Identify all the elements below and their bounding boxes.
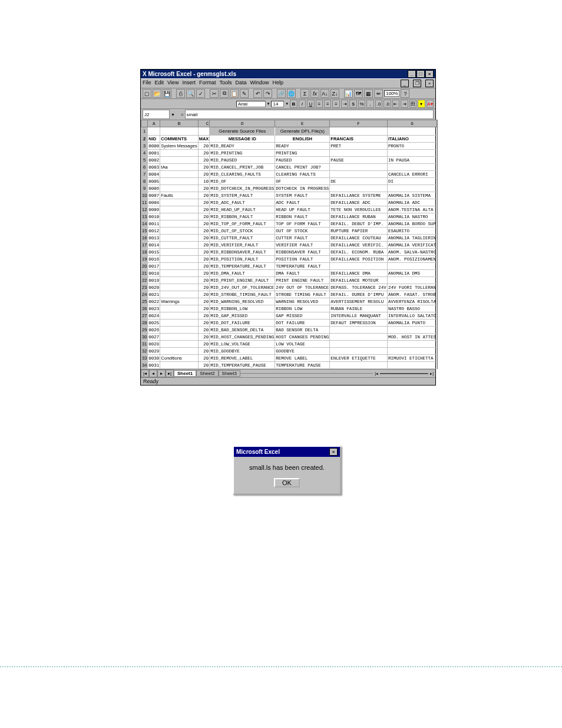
italic-icon[interactable]: I: [299, 100, 306, 108]
row-header[interactable]: 10: [141, 192, 148, 199]
spreadsheet-grid[interactable]: A B C D E F G 1 Generate Source Files Ge…: [141, 120, 435, 369]
row-header[interactable]: 4: [141, 150, 148, 157]
web-icon[interactable]: 🌐: [287, 89, 296, 98]
align-right-icon[interactable]: ≡: [332, 100, 339, 108]
cell[interactable]: 0031: [148, 362, 160, 369]
dialog-close-icon[interactable]: ×: [329, 448, 338, 456]
cell[interactable]: 20: [198, 355, 210, 362]
cell[interactable]: ANOMALIA NASTRO: [387, 213, 437, 220]
cell[interactable]: [160, 341, 198, 348]
cell[interactable]: VERIFIER FAULT: [275, 242, 330, 249]
row-header[interactable]: 24: [141, 291, 148, 298]
formula-input[interactable]: [185, 110, 434, 119]
cell[interactable]: 0008: [148, 199, 160, 206]
cell[interactable]: [160, 312, 198, 319]
cell[interactable]: 20: [198, 305, 210, 312]
cell[interactable]: RIBBONSAVER FAULT: [275, 249, 330, 256]
cell[interactable]: DEFAILLANCE SYSTEME: [330, 192, 388, 199]
cell[interactable]: TETE NON VEROUILLEE: [330, 206, 388, 213]
cell[interactable]: PRONTO: [387, 143, 437, 150]
cell[interactable]: 0028: [148, 341, 160, 348]
cell[interactable]: [160, 235, 198, 242]
select-all-button[interactable]: [141, 120, 148, 127]
align-center-icon[interactable]: ≡: [324, 100, 331, 108]
row-header[interactable]: 31: [141, 341, 148, 348]
cell[interactable]: 20: [198, 319, 210, 327]
cell[interactable]: 24V FUORI TOLLERAN: [387, 284, 437, 291]
cell[interactable]: MID_CLEARING_FAULTS: [210, 171, 275, 178]
cell[interactable]: [160, 256, 198, 263]
cell[interactable]: MID_STROBE_TIMING_FAULT: [210, 291, 275, 298]
cell[interactable]: CUTTER FAULT: [275, 235, 330, 242]
menu-view[interactable]: View: [167, 80, 178, 87]
sort-asc-icon[interactable]: A↓: [320, 89, 329, 98]
row-header[interactable]: 21: [141, 270, 148, 277]
cell[interactable]: [160, 348, 198, 355]
cell[interactable]: 0011: [148, 220, 160, 228]
function-icon[interactable]: fx: [310, 89, 319, 98]
cell[interactable]: POSITION FAULT: [275, 256, 330, 263]
cell[interactable]: 24V OUT OF TOLERANCE: [275, 284, 330, 291]
cell[interactable]: [160, 270, 198, 277]
cell[interactable]: 0015: [148, 249, 160, 256]
cell[interactable]: 20: [198, 348, 210, 355]
cell[interactable]: 0004: [148, 171, 160, 178]
pivot-icon[interactable]: ▦: [364, 89, 373, 98]
cell[interactable]: PAUSE: [330, 157, 388, 164]
cell[interactable]: Conditions: [160, 355, 198, 362]
cell[interactable]: [160, 291, 198, 298]
cell[interactable]: DEPASS. TOLERANCE 24V: [330, 284, 388, 291]
help-icon[interactable]: ?: [401, 89, 409, 98]
cell[interactable]: MOD. HOST IN ATTES: [387, 334, 437, 341]
row-header[interactable]: 13: [141, 213, 148, 220]
inc-decimal-icon[interactable]: .0: [375, 100, 382, 108]
cell[interactable]: 20: [198, 171, 210, 178]
hscroll-left-icon[interactable]: |◂: [373, 371, 380, 376]
cell[interactable]: [330, 348, 388, 355]
cell[interactable]: ANOM. FASAT. STROB: [387, 291, 437, 298]
cell[interactable]: 20: [198, 341, 210, 348]
drawing-icon[interactable]: ✏: [374, 89, 383, 98]
redo-icon[interactable]: ↷: [263, 89, 272, 98]
cell[interactable]: 20: [198, 334, 210, 341]
align-left-icon[interactable]: ≡: [316, 100, 323, 108]
cell[interactable]: [387, 341, 437, 348]
cell[interactable]: MID_RIBBONSAVER_FAULT: [210, 249, 275, 256]
tab-prev-icon[interactable]: ◂: [149, 370, 157, 377]
cell[interactable]: [160, 199, 198, 206]
cell[interactable]: MID_RIBBON_FAULT: [210, 213, 275, 220]
cell[interactable]: DOTCHECK IN PROGRESS: [275, 185, 330, 192]
cell[interactable]: [160, 277, 198, 284]
menu-help[interactable]: Help: [272, 80, 283, 87]
cell[interactable]: [387, 185, 437, 192]
font-color-icon[interactable]: A▾: [427, 100, 434, 108]
menu-insert[interactable]: Insert: [182, 80, 196, 87]
cell[interactable]: MID_LOW_VOLTAGE: [210, 341, 275, 348]
cell[interactable]: 0016: [148, 256, 160, 263]
percent-icon[interactable]: %: [358, 100, 365, 108]
cell[interactable]: 20: [198, 157, 210, 164]
cell[interactable]: INTERVALLE MANQUANT: [330, 312, 388, 319]
menu-data[interactable]: Data: [235, 80, 246, 87]
cell[interactable]: [387, 348, 437, 355]
cell[interactable]: PRINT ENGINE FAULT: [275, 277, 330, 284]
cell[interactable]: BAD SENSOR DELTA: [275, 327, 330, 334]
menu-file[interactable]: File: [143, 80, 151, 87]
row-header[interactable]: 3: [141, 143, 148, 150]
hyperlink-icon[interactable]: 🔗: [277, 89, 286, 98]
cell[interactable]: 0007: [148, 192, 160, 199]
cell[interactable]: CANCEL PRINT JOB?: [275, 164, 330, 171]
cell[interactable]: NASTRO BASSO: [387, 305, 437, 312]
row-header[interactable]: 23: [141, 284, 148, 291]
cell[interactable]: 20: [198, 327, 210, 334]
cell[interactable]: OUT OF STOCK: [275, 228, 330, 235]
cell[interactable]: 0030: [148, 355, 160, 362]
cell[interactable]: MID_CANCEL_PRINT_JOB: [210, 164, 275, 171]
cell[interactable]: 20: [198, 164, 210, 171]
cell[interactable]: ANOMALIA PUNTO: [387, 319, 437, 327]
tab-last-icon[interactable]: ▸|: [166, 370, 174, 377]
cell[interactable]: READY: [275, 143, 330, 150]
cell[interactable]: [160, 362, 198, 369]
cell[interactable]: MID_OUT_OF_STOCK: [210, 228, 275, 235]
cell[interactable]: DEFAILLANCE COUTEAU: [330, 235, 388, 242]
